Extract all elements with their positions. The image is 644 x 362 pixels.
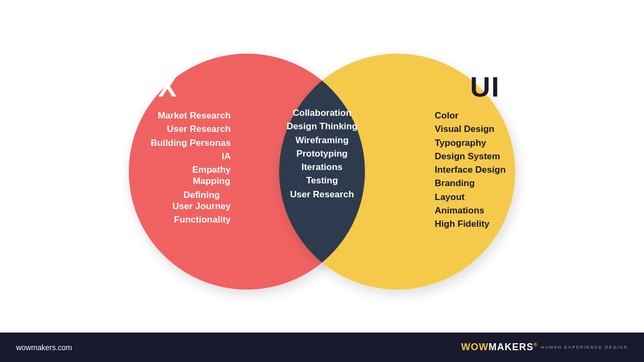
footer-tagline: HUMAN EXPERIENCE DESIGN (541, 345, 628, 350)
ux-items-list: Market Research User Research Building P… (107, 110, 231, 225)
ui-item-visual-design: Visual Design (435, 123, 494, 135)
ui-item-animations: Animations (435, 205, 485, 216)
ui-item-interface-design: Interface Design (435, 164, 506, 175)
center-item-user-research: User Research (290, 189, 354, 200)
ui-items-list: Color Visual Design Typography Design Sy… (435, 110, 537, 230)
ui-item-color: Color (435, 110, 458, 121)
venn-diagram: UX UI Market Research User Research Buil… (80, 21, 564, 311)
center-item-testing: Testing (306, 175, 338, 186)
ux-item-empathy-mapping: EmpathyMapping (192, 164, 231, 187)
center-item-collaboration: Collaboration (292, 107, 352, 119)
center-item-prototyping: Prototyping (296, 148, 347, 159)
center-item-design-thinking: Design Thinking (287, 121, 357, 132)
ux-item-building-personas: Building Personas (151, 137, 231, 149)
center-item-iterations: Iterations (302, 161, 343, 173)
ui-item-design-system: Design System (435, 151, 500, 162)
footer-logo: WOWMAKERS® HUMAN EXPERIENCE DESIGN (461, 342, 628, 353)
main-content: UX UI Market Research User Research Buil… (0, 0, 644, 333)
ui-item-branding: Branding (435, 178, 475, 189)
center-items-list: Collaboration Design Thinking Wireframin… (279, 107, 365, 200)
ux-item-market-research: Market Research (158, 110, 231, 121)
ui-item-high-fidelity: High Fidelity (435, 218, 489, 230)
ui-item-typography: Typography (435, 137, 486, 149)
ux-item-user-research: User Research (167, 123, 231, 135)
footer-logo-wow: WOWMAKERS® (461, 342, 538, 352)
footer-website: wowmakers.com (16, 343, 72, 352)
center-item-wireframing: Wireframing (295, 135, 348, 146)
ui-item-layout: Layout (435, 191, 465, 203)
footer: wowmakers.com WOWMAKERS® HUMAN EXPERIENC… (0, 333, 644, 362)
ux-item-functionality: Functionality (174, 214, 231, 225)
ux-item-ia: IA (222, 151, 231, 162)
ux-label: UX (137, 71, 178, 103)
ux-item-defining-user-journey: DefiningUser Journey (172, 189, 231, 212)
ui-label: UI (470, 71, 500, 103)
